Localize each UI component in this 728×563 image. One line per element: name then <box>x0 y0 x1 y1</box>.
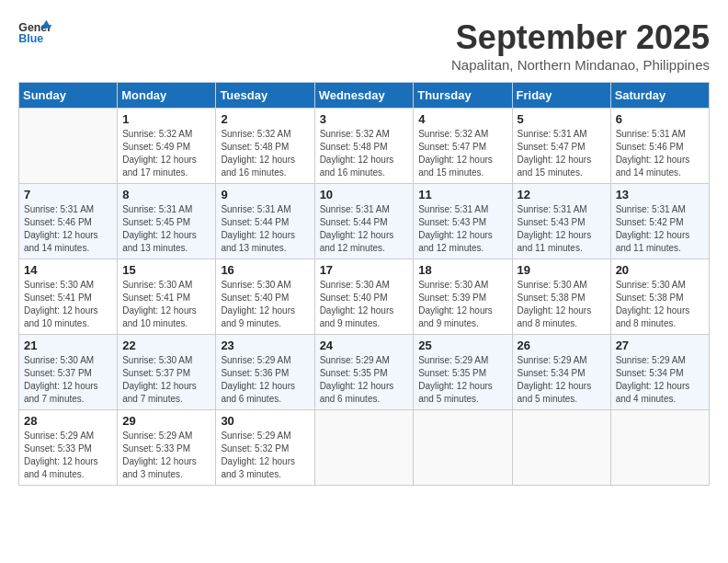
calendar-cell: 2Sunrise: 5:32 AM Sunset: 5:48 PM Daylig… <box>216 109 314 184</box>
day-info: Sunrise: 5:32 AM Sunset: 5:47 PM Dayligh… <box>418 128 506 179</box>
day-number: 4 <box>418 112 506 126</box>
day-info: Sunrise: 5:30 AM Sunset: 5:39 PM Dayligh… <box>418 279 506 330</box>
day-info: Sunrise: 5:29 AM Sunset: 5:33 PM Dayligh… <box>122 430 210 481</box>
day-info: Sunrise: 5:31 AM Sunset: 5:43 PM Dayligh… <box>518 203 606 255</box>
calendar-cell: 19Sunrise: 5:30 AM Sunset: 5:38 PM Dayli… <box>512 259 610 335</box>
calendar-cell <box>610 410 709 486</box>
calendar-cell: 22Sunrise: 5:30 AM Sunset: 5:37 PM Dayli… <box>118 335 216 410</box>
day-number: 3 <box>320 112 409 126</box>
calendar-week-row: 7Sunrise: 5:31 AM Sunset: 5:46 PM Daylig… <box>19 184 710 259</box>
weekday-header-row: SundayMondayTuesdayWednesdayThursdayFrid… <box>19 83 710 109</box>
calendar-cell: 29Sunrise: 5:29 AM Sunset: 5:33 PM Dayli… <box>118 410 216 486</box>
calendar-cell: 14Sunrise: 5:30 AM Sunset: 5:41 PM Dayli… <box>19 259 118 335</box>
day-info: Sunrise: 5:29 AM Sunset: 5:36 PM Dayligh… <box>221 354 309 406</box>
calendar-cell: 13Sunrise: 5:31 AM Sunset: 5:42 PM Dayli… <box>610 184 709 259</box>
calendar-body: 1Sunrise: 5:32 AM Sunset: 5:49 PM Daylig… <box>19 109 710 486</box>
day-number: 12 <box>518 188 606 201</box>
day-number: 1 <box>122 112 210 126</box>
calendar-cell: 23Sunrise: 5:29 AM Sunset: 5:36 PM Dayli… <box>216 335 314 410</box>
day-number: 21 <box>24 339 112 352</box>
calendar-cell <box>314 410 414 486</box>
day-info: Sunrise: 5:31 AM Sunset: 5:44 PM Dayligh… <box>221 203 309 255</box>
calendar-week-row: 14Sunrise: 5:30 AM Sunset: 5:41 PM Dayli… <box>19 259 710 335</box>
day-number: 25 <box>418 339 506 352</box>
day-info: Sunrise: 5:29 AM Sunset: 5:35 PM Dayligh… <box>418 354 506 406</box>
day-info: Sunrise: 5:32 AM Sunset: 5:49 PM Dayligh… <box>122 128 210 179</box>
calendar-cell: 30Sunrise: 5:29 AM Sunset: 5:32 PM Dayli… <box>216 410 314 486</box>
weekday-header-wednesday: Wednesday <box>314 83 414 109</box>
day-number: 24 <box>320 339 409 352</box>
day-info: Sunrise: 5:31 AM Sunset: 5:44 PM Dayligh… <box>320 203 409 255</box>
day-number: 27 <box>616 339 704 352</box>
calendar-week-row: 1Sunrise: 5:32 AM Sunset: 5:49 PM Daylig… <box>19 109 710 184</box>
day-number: 13 <box>616 188 704 201</box>
calendar-cell: 8Sunrise: 5:31 AM Sunset: 5:45 PM Daylig… <box>118 184 216 259</box>
day-info: Sunrise: 5:30 AM Sunset: 5:38 PM Dayligh… <box>616 279 704 330</box>
day-number: 5 <box>518 112 606 126</box>
calendar-cell: 9Sunrise: 5:31 AM Sunset: 5:44 PM Daylig… <box>216 184 314 259</box>
day-info: Sunrise: 5:30 AM Sunset: 5:41 PM Dayligh… <box>122 279 210 330</box>
day-info: Sunrise: 5:29 AM Sunset: 5:33 PM Dayligh… <box>24 430 112 481</box>
day-info: Sunrise: 5:31 AM Sunset: 5:42 PM Dayligh… <box>616 203 704 255</box>
day-number: 23 <box>221 339 309 352</box>
day-info: Sunrise: 5:30 AM Sunset: 5:40 PM Dayligh… <box>221 279 309 330</box>
day-number: 26 <box>518 339 606 352</box>
calendar-cell: 12Sunrise: 5:31 AM Sunset: 5:43 PM Dayli… <box>512 184 610 259</box>
calendar-cell <box>512 410 610 486</box>
logo: General Blue <box>18 18 51 46</box>
day-number: 2 <box>221 112 309 126</box>
day-number: 28 <box>24 414 112 428</box>
calendar-cell: 24Sunrise: 5:29 AM Sunset: 5:35 PM Dayli… <box>314 335 414 410</box>
weekday-header-friday: Friday <box>512 83 610 109</box>
calendar-cell: 26Sunrise: 5:29 AM Sunset: 5:34 PM Dayli… <box>512 335 610 410</box>
day-number: 20 <box>616 263 704 277</box>
day-info: Sunrise: 5:30 AM Sunset: 5:40 PM Dayligh… <box>320 279 409 330</box>
calendar-cell: 21Sunrise: 5:30 AM Sunset: 5:37 PM Dayli… <box>19 335 118 410</box>
weekday-header-sunday: Sunday <box>19 83 118 109</box>
day-number: 19 <box>518 263 606 277</box>
calendar-cell: 18Sunrise: 5:30 AM Sunset: 5:39 PM Dayli… <box>414 259 512 335</box>
day-number: 16 <box>221 263 309 277</box>
day-number: 7 <box>24 188 112 201</box>
calendar-cell <box>414 410 512 486</box>
day-number: 17 <box>320 263 409 277</box>
calendar-cell: 3Sunrise: 5:32 AM Sunset: 5:48 PM Daylig… <box>314 109 414 184</box>
calendar-cell: 20Sunrise: 5:30 AM Sunset: 5:38 PM Dayli… <box>610 259 709 335</box>
day-info: Sunrise: 5:31 AM Sunset: 5:46 PM Dayligh… <box>616 128 704 179</box>
calendar-cell: 11Sunrise: 5:31 AM Sunset: 5:43 PM Dayli… <box>414 184 512 259</box>
calendar-table: SundayMondayTuesdayWednesdayThursdayFrid… <box>18 82 710 486</box>
calendar-cell: 6Sunrise: 5:31 AM Sunset: 5:46 PM Daylig… <box>610 109 709 184</box>
calendar-week-row: 28Sunrise: 5:29 AM Sunset: 5:33 PM Dayli… <box>19 410 710 486</box>
calendar-cell: 17Sunrise: 5:30 AM Sunset: 5:40 PM Dayli… <box>314 259 414 335</box>
calendar-cell: 16Sunrise: 5:30 AM Sunset: 5:40 PM Dayli… <box>216 259 314 335</box>
day-number: 15 <box>122 263 210 277</box>
day-info: Sunrise: 5:29 AM Sunset: 5:34 PM Dayligh… <box>616 354 704 406</box>
calendar-week-row: 21Sunrise: 5:30 AM Sunset: 5:37 PM Dayli… <box>19 335 710 410</box>
day-info: Sunrise: 5:31 AM Sunset: 5:45 PM Dayligh… <box>122 203 210 255</box>
day-info: Sunrise: 5:29 AM Sunset: 5:32 PM Dayligh… <box>221 430 309 481</box>
day-info: Sunrise: 5:32 AM Sunset: 5:48 PM Dayligh… <box>320 128 409 179</box>
day-info: Sunrise: 5:30 AM Sunset: 5:37 PM Dayligh… <box>24 354 112 406</box>
weekday-header-tuesday: Tuesday <box>216 83 314 109</box>
day-number: 6 <box>616 112 704 126</box>
month-title: September 2025 <box>451 18 710 57</box>
calendar-cell: 25Sunrise: 5:29 AM Sunset: 5:35 PM Dayli… <box>414 335 512 410</box>
calendar-cell: 28Sunrise: 5:29 AM Sunset: 5:33 PM Dayli… <box>19 410 118 486</box>
day-number: 14 <box>24 263 112 277</box>
calendar-cell: 1Sunrise: 5:32 AM Sunset: 5:49 PM Daylig… <box>118 109 216 184</box>
day-number: 9 <box>221 188 309 201</box>
day-number: 18 <box>418 263 506 277</box>
day-info: Sunrise: 5:29 AM Sunset: 5:34 PM Dayligh… <box>518 354 606 406</box>
calendar-cell: 27Sunrise: 5:29 AM Sunset: 5:34 PM Dayli… <box>610 335 709 410</box>
day-info: Sunrise: 5:30 AM Sunset: 5:37 PM Dayligh… <box>122 354 210 406</box>
calendar-cell: 15Sunrise: 5:30 AM Sunset: 5:41 PM Dayli… <box>118 259 216 335</box>
day-number: 30 <box>221 414 309 428</box>
day-number: 10 <box>320 188 409 201</box>
calendar-cell: 10Sunrise: 5:31 AM Sunset: 5:44 PM Dayli… <box>314 184 414 259</box>
location-title: Napalitan, Northern Mindanao, Philippine… <box>451 57 710 73</box>
title-area: September 2025 Napalitan, Northern Minda… <box>451 18 710 73</box>
weekday-header-monday: Monday <box>118 83 216 109</box>
day-info: Sunrise: 5:31 AM Sunset: 5:47 PM Dayligh… <box>518 128 606 179</box>
logo-icon: General Blue <box>18 18 51 46</box>
day-info: Sunrise: 5:30 AM Sunset: 5:41 PM Dayligh… <box>24 279 112 330</box>
